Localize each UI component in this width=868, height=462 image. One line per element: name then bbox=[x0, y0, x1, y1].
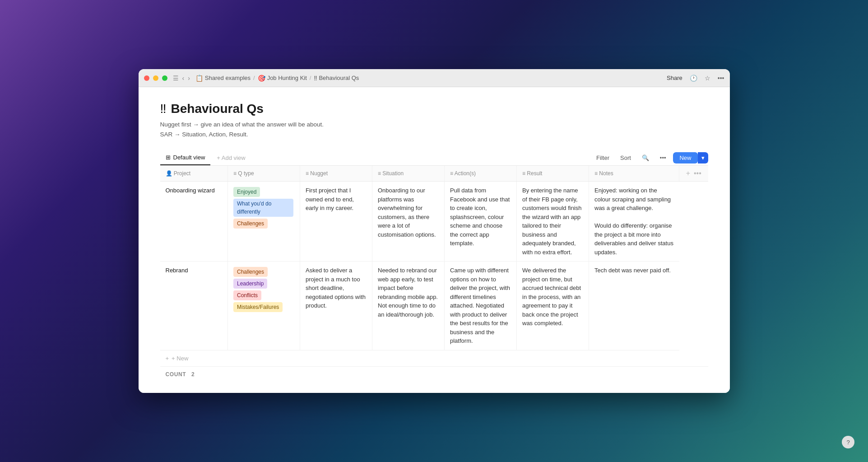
table-container: 👤 Project ≡ Q type ≡ Nugget ≡ bbox=[160, 166, 708, 382]
breadcrumb: 📋 Shared examples / 🎯 Job Hunting Kit / … bbox=[195, 75, 667, 82]
situation-text-2: Needed to rebrand our web app early, to … bbox=[378, 267, 438, 318]
situation-col-label: Situation bbox=[382, 170, 404, 177]
tag-conflicts-2[interactable]: Conflicts bbox=[233, 290, 261, 300]
plus-icon: + bbox=[686, 169, 690, 177]
col-header-result[interactable]: ≡ Result bbox=[517, 166, 589, 182]
cell-qtype-1[interactable]: Enjoyed What you'd do differently Challe… bbox=[228, 182, 300, 261]
breadcrumb-item-shared[interactable]: 📋 Shared examples bbox=[195, 75, 251, 82]
star-icon[interactable]: ☆ bbox=[705, 75, 710, 82]
qtype-col-label: Q type bbox=[238, 170, 254, 177]
add-new-row-button[interactable]: + + New bbox=[160, 350, 708, 367]
add-view-button[interactable]: + Add view bbox=[212, 151, 250, 165]
add-view-label: + Add view bbox=[217, 154, 245, 161]
cell-project-2[interactable]: Rebrand bbox=[160, 261, 228, 350]
tag-challenges-2[interactable]: Challenges bbox=[233, 267, 268, 277]
breadcrumb-kit-label: Job Hunting Kit bbox=[267, 75, 307, 81]
new-row-label: + New bbox=[172, 355, 188, 362]
cell-result-1[interactable]: By entering the name of their FB page on… bbox=[517, 182, 589, 261]
page-desc-2: SAR → Situation, Action, Result. bbox=[160, 130, 708, 140]
cell-actions-1[interactable]: Pull data from Facebook and use that to … bbox=[445, 182, 517, 261]
view-tabs: ⊞ Default view + Add view bbox=[160, 150, 250, 165]
cell-project-1[interactable]: Onboarding wizard bbox=[160, 182, 228, 261]
nugget-col-label: Nugget bbox=[310, 170, 328, 177]
project-col-label: Project bbox=[174, 170, 190, 177]
nav-controls: ☰ ‹ › bbox=[173, 75, 190, 82]
cell-qtype-2[interactable]: Challenges Leadership Conflicts Mistakes… bbox=[228, 261, 300, 350]
result-col-label: Result bbox=[527, 170, 542, 177]
cell-situation-2[interactable]: Needed to rebrand our web app early, to … bbox=[372, 261, 445, 350]
col-header-actions[interactable]: ≡ Action(s) bbox=[445, 166, 517, 182]
actions-text-1: Pull data from Facebook and use that to … bbox=[450, 187, 510, 247]
tag-different-1[interactable]: What you'd do differently bbox=[233, 199, 293, 217]
tab-default-label: Default view bbox=[173, 154, 205, 161]
toolbar-right: Filter Sort 🔍 ••• New ▾ bbox=[593, 152, 708, 163]
new-button-dropdown[interactable]: ▾ bbox=[698, 152, 708, 163]
col-header-project[interactable]: 👤 Project bbox=[160, 166, 228, 182]
breadcrumb-sep-1: / bbox=[253, 75, 255, 81]
add-icon: + bbox=[166, 355, 169, 362]
new-button[interactable]: New bbox=[673, 152, 697, 163]
new-button-label: New bbox=[679, 154, 691, 161]
shared-icon: 📋 bbox=[195, 75, 203, 82]
tag-challenges-1[interactable]: Challenges bbox=[233, 219, 268, 229]
minimize-button[interactable] bbox=[153, 75, 158, 81]
chevron-down-icon: ▾ bbox=[701, 154, 705, 161]
history-icon[interactable]: 🕐 bbox=[690, 75, 697, 82]
col-dots[interactable]: ••• bbox=[694, 169, 701, 177]
sort-button[interactable]: Sort bbox=[617, 153, 635, 163]
nugget-text-1: First project that I owned end to end, e… bbox=[306, 187, 354, 211]
kit-icon: 🎯 bbox=[258, 75, 265, 82]
cell-result-2[interactable]: We delivered the project on time, but ac… bbox=[517, 261, 589, 350]
cell-notes-2[interactable]: Tech debt was never paid off. bbox=[589, 261, 679, 350]
titlebar: ☰ ‹ › 📋 Shared examples / 🎯 Job Hunting … bbox=[139, 69, 730, 87]
cell-nugget-2[interactable]: Asked to deliver a project in a much too… bbox=[300, 261, 372, 350]
more-table-options[interactable]: ••• bbox=[656, 153, 670, 163]
page-desc-1: Nugget first → give an idea of what the … bbox=[160, 120, 708, 130]
nugget-text-2: Asked to deliver a project in a much too… bbox=[306, 267, 366, 309]
result-col-icon: ≡ bbox=[522, 170, 525, 177]
cell-nugget-1[interactable]: First project that I owned end to end, e… bbox=[300, 182, 372, 261]
more-options-icon[interactable]: ••• bbox=[718, 75, 724, 82]
project-col-icon: 👤 bbox=[166, 170, 172, 177]
table-row: Rebrand Challenges Leadership Conflicts … bbox=[160, 261, 708, 350]
close-button[interactable] bbox=[144, 75, 149, 81]
data-table: 👤 Project ≡ Q type ≡ Nugget ≡ bbox=[160, 166, 708, 350]
cell-notes-1[interactable]: Enjoyed: working on the colour scraping … bbox=[589, 182, 679, 261]
back-button[interactable]: ‹ bbox=[182, 75, 185, 82]
tag-enjoyed-1[interactable]: Enjoyed bbox=[233, 187, 260, 197]
help-button[interactable]: ? bbox=[842, 436, 854, 448]
actions-col-icon: ≡ bbox=[450, 170, 453, 177]
page-title: Behavioural Qs bbox=[171, 102, 264, 116]
tag-mistakes-2[interactable]: Mistakes/Failures bbox=[233, 302, 283, 312]
project-name-2: Rebrand bbox=[166, 267, 188, 274]
forward-button[interactable]: › bbox=[188, 75, 190, 82]
situation-col-icon: ≡ bbox=[378, 170, 381, 177]
breadcrumb-item-kit[interactable]: 🎯 Job Hunting Kit bbox=[258, 75, 307, 82]
notes-text-1: Enjoyed: working on the colour scraping … bbox=[594, 187, 673, 256]
nugget-col-icon: ≡ bbox=[306, 170, 309, 177]
col-header-situation[interactable]: ≡ Situation bbox=[372, 166, 445, 182]
maximize-button[interactable] bbox=[162, 75, 167, 81]
filter-button[interactable]: Filter bbox=[593, 153, 613, 163]
breadcrumb-item-page[interactable]: ‼️ Behavioural Qs bbox=[314, 75, 359, 82]
table-header-row: 👤 Project ≡ Q type ≡ Nugget ≡ bbox=[160, 166, 708, 182]
col-header-qtype[interactable]: ≡ Q type bbox=[228, 166, 300, 182]
cell-actions-2[interactable]: Came up with different options on how to… bbox=[445, 261, 517, 350]
notes-col-icon: ≡ bbox=[594, 170, 598, 177]
grid-icon: ⊞ bbox=[166, 154, 171, 161]
col-header-nugget[interactable]: ≡ Nugget bbox=[300, 166, 372, 182]
add-column-button[interactable]: + ••• bbox=[679, 166, 708, 182]
page-header: ‼️ Behavioural Qs Nugget first → give an… bbox=[160, 102, 708, 139]
menu-icon[interactable]: ☰ bbox=[173, 75, 179, 82]
col-header-notes[interactable]: ≡ Notes bbox=[589, 166, 679, 182]
qtype-col-icon: ≡ bbox=[233, 170, 237, 177]
tag-leadership-2[interactable]: Leadership bbox=[233, 279, 267, 289]
share-button[interactable]: Share bbox=[667, 75, 682, 81]
situation-text-1: Onboarding to our platforms was overwhel… bbox=[378, 187, 436, 238]
toolbar: ⊞ Default view + Add view Filter Sort 🔍 … bbox=[160, 150, 708, 166]
search-icon[interactable]: 🔍 bbox=[638, 153, 653, 163]
cell-situation-1[interactable]: Onboarding to our platforms was overwhel… bbox=[372, 182, 445, 261]
new-button-group[interactable]: New ▾ bbox=[673, 152, 708, 163]
tab-default-view[interactable]: ⊞ Default view bbox=[160, 150, 211, 165]
breadcrumb-page-label: Behavioural Qs bbox=[319, 75, 359, 81]
